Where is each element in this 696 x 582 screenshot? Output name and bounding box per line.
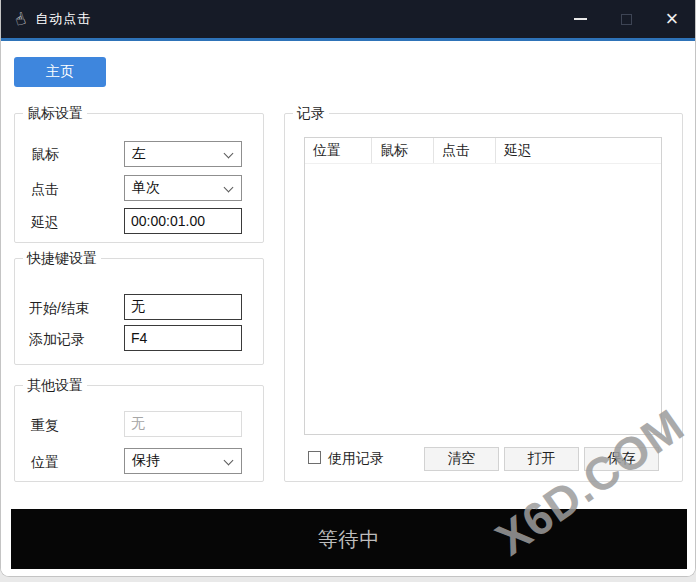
hand-pointer-icon: ☝ xyxy=(13,9,28,28)
records-listview[interactable]: 位置 鼠标 点击 延迟 xyxy=(304,137,662,435)
clear-button[interactable]: 清空 xyxy=(424,447,499,471)
add-record-hotkey-input[interactable] xyxy=(124,325,242,351)
chevron-down-icon xyxy=(224,149,234,159)
group-records-legend: 记录 xyxy=(293,105,329,123)
column-header-click[interactable]: 点击 xyxy=(434,138,496,163)
start-stop-hotkey-input[interactable] xyxy=(124,294,242,320)
repeat-input xyxy=(124,411,242,437)
delay-input[interactable] xyxy=(124,208,242,234)
mouse-button-label: 鼠标 xyxy=(31,146,59,164)
titlebar: ☝ 自动点击 × xyxy=(1,0,695,38)
position-select[interactable]: 保持 xyxy=(124,448,242,474)
minimize-button[interactable] xyxy=(557,0,603,38)
close-icon: × xyxy=(666,8,679,30)
home-tab-button[interactable]: 主页 xyxy=(14,57,106,87)
client-area: 主页 鼠标设置 鼠标 左 点击 单次 延迟 快捷键设置 开始/结束 添加记录 其… xyxy=(1,41,695,576)
group-hotkey-legend: 快捷键设置 xyxy=(23,250,101,268)
start-stop-hotkey-label: 开始/结束 xyxy=(29,300,89,318)
close-button[interactable]: × xyxy=(649,0,695,38)
click-type-label: 点击 xyxy=(31,181,59,199)
use-records-checkbox[interactable] xyxy=(308,451,321,464)
chevron-down-icon xyxy=(224,456,234,466)
status-text: 等待中 xyxy=(318,526,381,553)
window-title: 自动点击 xyxy=(35,10,91,28)
mouse-button-value: 左 xyxy=(132,145,146,163)
mouse-button-select[interactable]: 左 xyxy=(124,141,242,167)
group-mouse-legend: 鼠标设置 xyxy=(23,105,87,123)
position-value: 保持 xyxy=(132,452,160,470)
app-window: ☝ 自动点击 × 主页 鼠标设置 鼠标 左 点击 单次 xyxy=(0,0,696,577)
repeat-label: 重复 xyxy=(31,417,59,435)
group-other-legend: 其他设置 xyxy=(23,377,87,395)
use-records-label: 使用记录 xyxy=(328,450,384,468)
records-header-row: 位置 鼠标 点击 延迟 xyxy=(305,138,661,164)
column-header-mouse[interactable]: 鼠标 xyxy=(372,138,434,163)
add-record-hotkey-label: 添加记录 xyxy=(29,331,85,349)
delay-label: 延迟 xyxy=(31,214,59,232)
open-button[interactable]: 打开 xyxy=(504,447,579,471)
window-controls: × xyxy=(557,0,695,38)
column-header-delay[interactable]: 延迟 xyxy=(496,138,661,163)
click-type-select[interactable]: 单次 xyxy=(124,175,242,201)
click-type-value: 单次 xyxy=(132,179,160,197)
chevron-down-icon xyxy=(224,183,234,193)
position-label: 位置 xyxy=(31,454,59,472)
minimize-icon xyxy=(574,18,587,20)
column-header-position[interactable]: 位置 xyxy=(305,138,372,163)
maximize-button[interactable] xyxy=(603,0,649,38)
status-bar: 等待中 xyxy=(11,509,687,569)
save-button[interactable]: 保存 xyxy=(584,447,659,471)
maximize-icon xyxy=(621,14,632,25)
